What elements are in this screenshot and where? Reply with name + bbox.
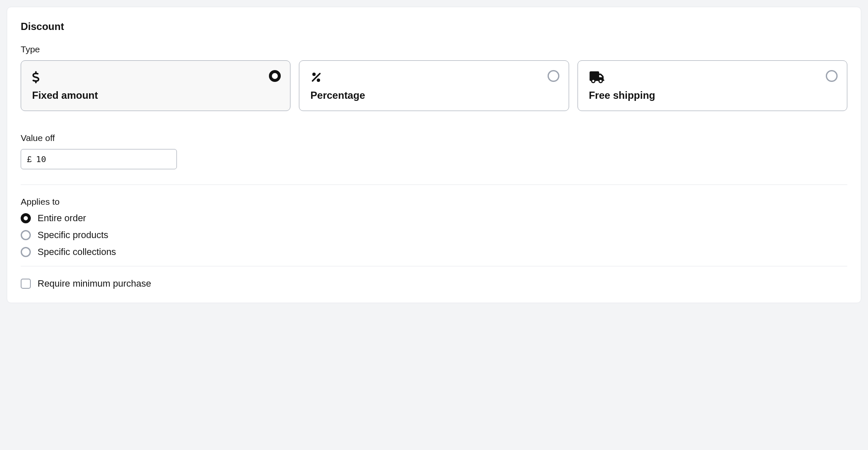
checkbox-label: Require minimum purchase: [38, 278, 151, 289]
currency-prefix: £: [27, 155, 32, 164]
value-off-label: Value off: [21, 133, 847, 143]
radio-indicator: [826, 70, 838, 82]
type-option-label: Percentage: [310, 89, 557, 101]
type-option-label: Fixed amount: [32, 89, 279, 101]
type-label: Type: [21, 44, 847, 54]
radio-indicator: [21, 230, 31, 240]
type-option-percentage[interactable]: Percentage: [299, 60, 569, 111]
type-option-label: Free shipping: [589, 89, 836, 101]
discount-card: Discount Type Fixed amount Percentage Fr…: [7, 7, 861, 303]
radio-label: Specific collections: [38, 247, 116, 258]
value-off-input[interactable]: [36, 154, 171, 164]
percent-icon: [310, 70, 557, 84]
applies-to-section: Applies to Entire order Specific product…: [21, 197, 847, 258]
radio-label: Specific products: [38, 230, 108, 241]
card-title: Discount: [21, 21, 847, 33]
radio-indicator: [548, 70, 559, 82]
applies-to-label: Applies to: [21, 197, 847, 207]
applies-to-list: Entire order Specific products Specific …: [21, 213, 847, 258]
value-off-input-wrap[interactable]: £: [21, 149, 177, 169]
type-option-free-shipping[interactable]: Free shipping: [578, 60, 847, 111]
type-grid: Fixed amount Percentage Free shipping: [21, 60, 847, 111]
applies-option-specific-collections[interactable]: Specific collections: [21, 247, 847, 258]
require-min-purchase[interactable]: Require minimum purchase: [21, 278, 847, 289]
truck-icon: [589, 70, 836, 84]
applies-option-specific-products[interactable]: Specific products: [21, 230, 847, 241]
checkbox-indicator: [21, 279, 31, 289]
radio-label: Entire order: [38, 213, 86, 224]
dollar-icon: [32, 70, 279, 84]
type-option-fixed-amount[interactable]: Fixed amount: [21, 60, 290, 111]
value-off-section: Value off £: [21, 133, 847, 169]
radio-indicator: [21, 213, 31, 223]
divider: [21, 184, 847, 185]
radio-indicator: [21, 247, 31, 257]
divider: [21, 266, 847, 266]
applies-option-entire-order[interactable]: Entire order: [21, 213, 847, 224]
